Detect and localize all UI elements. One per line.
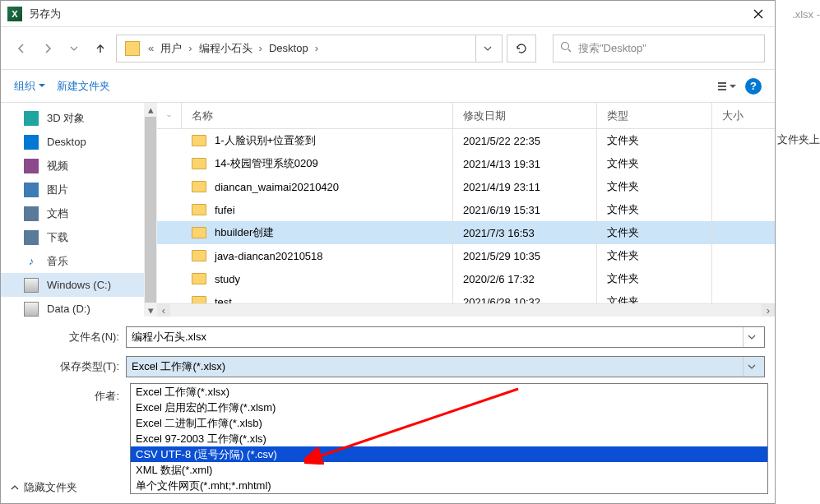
file-row[interactable]: hbuilder创建2021/7/3 16:53文件夹 bbox=[157, 221, 775, 244]
column-selector-button[interactable] bbox=[157, 103, 182, 128]
file-name-cell: diancan_waimai20210420 bbox=[182, 175, 453, 198]
sidebar-item[interactable]: 下载 bbox=[1, 225, 156, 249]
file-row[interactable]: fufei2021/6/19 15:31文件夹 bbox=[157, 198, 775, 221]
sidebar-scrollbar[interactable]: ▴ ▾ bbox=[144, 103, 157, 317]
filetype-option[interactable]: XML 数据(*.xml) bbox=[131, 462, 767, 478]
svg-rect-2 bbox=[718, 86, 726, 87]
folder-icon bbox=[192, 158, 206, 169]
breadcrumb-crumb[interactable]: 用户 bbox=[157, 41, 185, 56]
file-date-cell: 2021/6/19 15:31 bbox=[453, 198, 597, 221]
nav-forward-button[interactable] bbox=[37, 38, 58, 59]
file-name-cell: java-diancan20210518 bbox=[182, 244, 453, 267]
column-header-date[interactable]: 修改日期 bbox=[453, 103, 597, 128]
chevron-up-icon bbox=[11, 485, 19, 490]
filename-dropdown-button[interactable] bbox=[743, 327, 759, 347]
new-folder-button[interactable]: 新建文件夹 bbox=[57, 79, 110, 94]
view-options-button[interactable] bbox=[717, 76, 737, 96]
sidebar-item[interactable]: 视频 bbox=[1, 154, 156, 178]
filetype-value: Excel 工作簿(*.xlsx) bbox=[132, 359, 225, 374]
file-row[interactable]: 14-校园管理系统02092021/4/13 19:31文件夹 bbox=[157, 152, 775, 175]
file-row[interactable]: java-diancan202105182021/5/29 10:35文件夹 bbox=[157, 244, 775, 267]
breadcrumb-separator: « bbox=[145, 42, 157, 54]
file-row[interactable]: 1-人脸识别+位置签到2021/5/22 22:35文件夹 bbox=[157, 129, 775, 152]
filetype-dropdown-button[interactable] bbox=[743, 357, 759, 377]
file-name-cell: 1-人脸识别+位置签到 bbox=[182, 129, 453, 152]
organize-button[interactable]: 组织 bbox=[14, 79, 45, 94]
win-icon bbox=[24, 278, 39, 293]
breadcrumb-crumb[interactable]: Desktop bbox=[266, 42, 312, 54]
file-name-cell: 14-校园管理系统0209 bbox=[182, 152, 453, 175]
dropdown-arrow-icon bbox=[39, 84, 45, 88]
svg-rect-1 bbox=[718, 82, 726, 84]
nav-recent-button[interactable] bbox=[63, 38, 85, 59]
sidebar-item-label: 图片 bbox=[47, 183, 68, 197]
body-area: 3D 对象Desktop视频图片文档下载♪音乐Windows (C:)Data … bbox=[1, 103, 775, 317]
file-name: hbuilder创建 bbox=[215, 225, 274, 240]
filetype-option[interactable]: Excel 工作簿(*.xlsx) bbox=[131, 384, 767, 400]
breadcrumb-dropdown-button[interactable] bbox=[475, 35, 498, 62]
column-header-name[interactable]: 名称 bbox=[182, 103, 453, 128]
file-date-cell: 2021/4/13 19:31 bbox=[453, 152, 597, 175]
filetype-option[interactable]: CSV UTF-8 (逗号分隔) (*.csv) bbox=[131, 446, 767, 462]
new-folder-label: 新建文件夹 bbox=[57, 79, 110, 94]
refresh-button[interactable] bbox=[507, 35, 536, 62]
filetype-dropdown-list[interactable]: Excel 工作簿(*.xlsx)Excel 启用宏的工作簿(*.xlsm)Ex… bbox=[130, 383, 768, 494]
folder-icon bbox=[192, 296, 206, 303]
toolbar: 组织 新建文件夹 ? bbox=[1, 70, 775, 103]
hide-folders-button[interactable]: 隐藏文件夹 bbox=[11, 480, 77, 495]
sidebar[interactable]: 3D 对象Desktop视频图片文档下载♪音乐Windows (C:)Data … bbox=[1, 103, 157, 317]
column-header-type[interactable]: 类型 bbox=[597, 103, 712, 128]
file-row-indent bbox=[157, 129, 182, 152]
scroll-right-button[interactable]: › bbox=[762, 304, 775, 317]
sidebar-item-label: 文档 bbox=[47, 206, 68, 221]
file-row[interactable]: test2021/6/28 10:32文件夹 bbox=[157, 290, 775, 303]
filename-input[interactable]: 编程小石头.xlsx bbox=[126, 326, 765, 348]
file-name-cell: hbuilder创建 bbox=[182, 221, 453, 244]
file-date-cell: 2021/7/3 16:53 bbox=[453, 221, 597, 244]
nav-up-button[interactable] bbox=[90, 38, 111, 59]
breadcrumb[interactable]: « 用户 › 编程小石头 › Desktop › bbox=[116, 35, 503, 62]
horizontal-scrollbar[interactable]: ‹ › bbox=[157, 303, 775, 317]
file-name-cell: study bbox=[182, 267, 453, 290]
scroll-down-button[interactable]: ▾ bbox=[144, 303, 157, 317]
scroll-left-button[interactable]: ‹ bbox=[157, 304, 170, 317]
titlebar: X 另存为 bbox=[1, 1, 775, 27]
sidebar-item[interactable]: 图片 bbox=[1, 178, 156, 201]
scroll-up-button[interactable]: ▴ bbox=[144, 103, 157, 116]
scroll-thumb[interactable] bbox=[145, 117, 156, 303]
file-size-cell bbox=[712, 152, 775, 175]
chevron-down-icon bbox=[167, 113, 171, 118]
file-row[interactable]: diancan_waimai202104202021/4/19 23:11文件夹 bbox=[157, 175, 775, 198]
close-button[interactable] bbox=[742, 1, 775, 27]
file-row-indent bbox=[157, 290, 182, 303]
file-name: 14-校园管理系统0209 bbox=[215, 156, 318, 171]
breadcrumb-crumb[interactable]: 编程小石头 bbox=[196, 41, 256, 56]
breadcrumb-separator: › bbox=[256, 42, 266, 54]
disk-icon bbox=[24, 302, 39, 317]
file-row[interactable]: study2020/2/6 17:32文件夹 bbox=[157, 267, 775, 290]
nav-back-button[interactable] bbox=[11, 38, 32, 59]
background-xlsx-text: .xlsx - bbox=[792, 8, 820, 21]
search-input[interactable]: 搜索"Desktop" bbox=[553, 35, 765, 62]
file-list[interactable]: 1-人脸识别+位置签到2021/5/22 22:35文件夹14-校园管理系统02… bbox=[157, 129, 775, 303]
folder-icon bbox=[192, 204, 206, 215]
folder-icon bbox=[192, 273, 206, 284]
sidebar-item[interactable]: Desktop bbox=[1, 130, 156, 154]
filename-label: 文件名(N): bbox=[11, 330, 126, 344]
sidebar-item[interactable]: Data (D:) bbox=[1, 297, 156, 317]
svg-rect-3 bbox=[718, 89, 726, 90]
column-header-size[interactable]: 大小 bbox=[712, 103, 775, 128]
help-button[interactable]: ? bbox=[745, 78, 762, 95]
filetype-option[interactable]: Excel 启用宏的工作簿(*.xlsm) bbox=[131, 400, 767, 415]
filetype-option[interactable]: 单个文件网页(*.mht;*.mhtml) bbox=[131, 478, 767, 493]
sidebar-item[interactable]: 3D 对象 bbox=[1, 106, 156, 130]
filetype-option[interactable]: Excel 97-2003 工作簿(*.xls) bbox=[131, 431, 767, 446]
sidebar-item[interactable]: 文档 bbox=[1, 201, 156, 225]
author-label: 作者: bbox=[11, 389, 126, 404]
filetype-input[interactable]: Excel 工作簿(*.xlsx) bbox=[126, 356, 765, 377]
filetype-option[interactable]: Excel 二进制工作簿(*.xlsb) bbox=[131, 415, 767, 431]
file-type-cell: 文件夹 bbox=[597, 267, 712, 290]
sidebar-item[interactable]: ♪音乐 bbox=[1, 249, 156, 273]
sidebar-item[interactable]: Windows (C:) bbox=[1, 273, 156, 297]
file-type-cell: 文件夹 bbox=[597, 221, 712, 244]
